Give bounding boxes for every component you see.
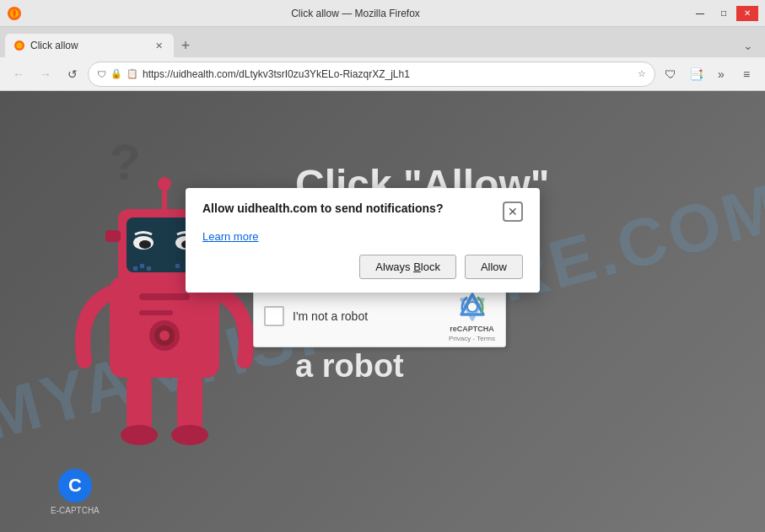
svg-rect-20	[139, 310, 173, 315]
allow-button[interactable]: Allow	[465, 255, 523, 279]
location-icon: 📋	[127, 68, 138, 79]
new-tab-button[interactable]: +	[174, 34, 197, 57]
title-bar: Click allow — Mozilla Firefox — □ ✕	[0, 0, 765, 27]
url-text: https://uidhealth.com/dLtykv3tsrI0zu3YkE…	[143, 68, 633, 80]
page-content: MYANTISPYWARE.COM ?	[0, 91, 765, 532]
svg-rect-13	[147, 266, 151, 271]
bookmark-star-icon[interactable]: ☆	[638, 68, 646, 79]
svg-rect-19	[139, 293, 190, 300]
dialog-title: Allow uidhealth.com to send notification…	[202, 202, 503, 215]
svg-rect-25	[177, 373, 202, 433]
recaptcha-links: Privacy - Terms	[449, 335, 495, 342]
browser-window: Click allow — Mozilla Firefox — □ ✕ Clic…	[0, 0, 765, 532]
svg-point-3	[17, 43, 23, 49]
recaptcha-logo-icon	[456, 291, 488, 323]
notification-permission-dialog: Allow uidhealth.com to send notification…	[186, 188, 540, 293]
page-background: MYANTISPYWARE.COM ?	[0, 91, 765, 532]
active-tab[interactable]: Click allow ✕	[5, 34, 174, 57]
svg-rect-24	[127, 373, 152, 433]
forward-button[interactable]: →	[34, 62, 57, 86]
dialog-header: Allow uidhealth.com to send notification…	[202, 202, 523, 222]
maximize-button[interactable]: □	[713, 6, 735, 21]
recaptcha-widget[interactable]: I'm not a robot reCAPTCHA Privacy - Term…	[253, 285, 506, 347]
window-controls: — □ ✕	[689, 6, 758, 21]
svg-rect-12	[140, 264, 144, 268]
tab-favicon-icon	[13, 40, 25, 51]
close-window-button[interactable]: ✕	[736, 6, 758, 21]
title-bar-left	[7, 6, 22, 21]
svg-rect-14	[175, 264, 180, 268]
nav-bar: ← → ↺ 🛡 🔒 📋 https://uidhealth.com/dLtykv…	[0, 57, 765, 91]
tab-title: Click allow	[30, 40, 147, 51]
shield-protection-button[interactable]: 🛡	[659, 62, 682, 86]
tab-menu-button[interactable]: ⌄	[736, 34, 760, 57]
svg-point-23	[159, 330, 170, 341]
tab-bar: Click allow ✕ + ⌄	[0, 27, 765, 57]
recaptcha-logo-area: reCAPTCHA Privacy - Terms	[449, 291, 495, 342]
url-bar[interactable]: 🛡 🔒 📋 https://uidhealth.com/dLtykv3tsrI0…	[88, 62, 655, 87]
svg-rect-17	[105, 230, 121, 242]
svg-point-16	[158, 177, 171, 191]
recaptcha-label: I'm not a robot	[293, 309, 440, 323]
back-button[interactable]: ←	[7, 62, 30, 86]
ecaptcha-badge: C E-CAPTCHA	[51, 469, 100, 515]
shield-icon: 🛡	[97, 69, 106, 79]
svg-point-27	[171, 425, 208, 445]
svg-rect-11	[133, 266, 137, 271]
ecaptcha-label: E-CAPTCHA	[51, 506, 100, 515]
recaptcha-brand-label: reCAPTCHA	[450, 325, 494, 333]
learn-more-link[interactable]: Learn more	[202, 230, 523, 243]
nav-right-buttons: 🛡 📑 » ≡	[659, 62, 758, 86]
svg-point-26	[121, 425, 158, 445]
reload-button[interactable]: ↺	[61, 62, 84, 86]
minimize-button[interactable]: —	[689, 6, 711, 21]
extensions-button[interactable]: »	[709, 62, 733, 86]
always-block-button[interactable]: Always Block	[359, 255, 456, 279]
svg-point-9	[139, 240, 151, 249]
dialog-buttons: Always Block Allow	[202, 255, 523, 279]
firefox-logo-icon	[7, 6, 22, 21]
lock-icon: 🔒	[110, 68, 122, 79]
bookmark-button[interactable]: 📑	[684, 62, 708, 86]
title-bar-title: Click allow — Mozilla Firefox	[22, 8, 689, 19]
page-text-line3: a robot	[295, 346, 550, 387]
recaptcha-checkbox[interactable]	[264, 306, 284, 326]
dialog-close-button[interactable]: ✕	[503, 202, 523, 222]
svg-point-28	[467, 302, 477, 312]
ecaptcha-logo-icon: C	[58, 469, 92, 502]
tab-close-button[interactable]: ✕	[152, 39, 165, 52]
menu-button[interactable]: ≡	[735, 62, 758, 86]
